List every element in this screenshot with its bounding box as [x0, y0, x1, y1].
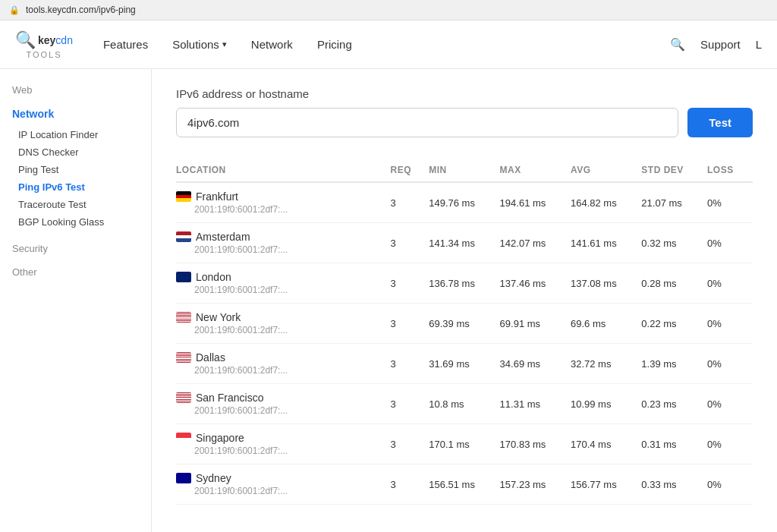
cell-req: 3: [391, 384, 429, 424]
col-req: REQ: [391, 159, 429, 182]
location-name-text: Frankfurt: [196, 190, 238, 203]
nav-network[interactable]: Network: [251, 38, 293, 51]
location-ip-text: 2001:19f0:6001:2df7:...: [176, 365, 382, 376]
cell-min: 170.1 ms: [429, 424, 499, 464]
nav-support[interactable]: Support: [700, 38, 741, 51]
table-row: Amsterdam2001:19f0:6001:2df7:...3141.34 …: [176, 223, 753, 263]
sidebar-item-ping-ipv6-test[interactable]: Ping IPv6 Test: [12, 178, 139, 196]
cell-loss: 0%: [707, 344, 753, 384]
hostname-input[interactable]: [176, 108, 678, 137]
cell-loss: 0%: [707, 424, 753, 464]
results-table: LOCATION REQ MIN MAX AVG STD DEV LOSS Fr…: [176, 159, 753, 505]
browser-bar: 🔒 tools.keycdn.com/ipv6-ping: [0, 0, 777, 20]
nav-features[interactable]: Features: [103, 38, 148, 51]
cell-avg: 10.99 ms: [571, 384, 641, 424]
cell-std_dev: 0.23 ms: [641, 384, 707, 424]
cell-loss: 0%: [707, 464, 753, 505]
sidebar-item-ping-test[interactable]: Ping Test: [12, 161, 139, 178]
location-ip-text: 2001:19f0:6001:2df7:...: [176, 405, 382, 416]
col-std-dev: STD DEV: [641, 159, 707, 182]
cell-loss: 0%: [707, 223, 753, 263]
main-layout: Web Network IP Location Finder DNS Check…: [0, 69, 777, 532]
cell-avg: 141.61 ms: [571, 223, 641, 263]
flag-sg-icon: [176, 433, 191, 443]
col-max: MAX: [500, 159, 571, 182]
sidebar-item-ip-location-finder[interactable]: IP Location Finder: [12, 126, 139, 143]
cell-loss: 0%: [707, 182, 753, 223]
location-cell: San Francisco2001:19f0:6001:2df7:...: [176, 384, 391, 424]
cell-max: 11.31 ms: [500, 384, 571, 424]
cell-std_dev: 1.39 ms: [641, 344, 707, 384]
cell-req: 3: [391, 304, 429, 344]
col-location: LOCATION: [176, 159, 391, 182]
sidebar-category-other: Other: [12, 266, 139, 278]
table-header-row: LOCATION REQ MIN MAX AVG STD DEV LOSS: [176, 159, 753, 182]
location-ip-text: 2001:19f0:6001:2df7:...: [176, 325, 382, 335]
nav-solutions[interactable]: Solutions ▾: [172, 38, 227, 51]
test-button[interactable]: Test: [687, 108, 753, 137]
table-row: Sydney2001:19f0:6001:2df7:...3156.51 ms1…: [176, 464, 753, 505]
col-loss: LOSS: [707, 159, 753, 182]
cell-min: 10.8 ms: [429, 384, 499, 424]
sidebar-item-dns-checker[interactable]: DNS Checker: [12, 143, 139, 161]
search-icon[interactable]: 🔍: [670, 37, 685, 52]
location-cell: New York2001:19f0:6001:2df7:...: [176, 304, 391, 344]
cell-min: 149.76 ms: [429, 182, 499, 223]
col-avg: AVG: [571, 159, 641, 182]
location-cell: Frankfurt2001:19f0:6001:2df7:...: [176, 182, 391, 223]
table-row: Singapore2001:19f0:6001:2df7:...3170.1 m…: [176, 424, 753, 464]
sidebar-item-traceroute-test[interactable]: Traceroute Test: [12, 196, 139, 213]
table-head: LOCATION REQ MIN MAX AVG STD DEV LOSS: [176, 159, 753, 182]
logo-icon: 🔍: [15, 30, 36, 50]
cell-avg: 69.6 ms: [571, 304, 641, 344]
cell-max: 170.83 ms: [500, 424, 571, 464]
location-ip-text: 2001:19f0:6001:2df7:...: [176, 285, 382, 295]
table-row: New York2001:19f0:6001:2df7:...369.39 ms…: [176, 304, 753, 344]
location-name-text: Dallas: [196, 351, 225, 364]
cell-req: 3: [391, 182, 429, 223]
flag-us-icon: [176, 312, 191, 323]
cell-min: 136.78 ms: [429, 263, 499, 304]
location-cell: Sydney2001:19f0:6001:2df7:...: [176, 464, 391, 505]
cell-min: 69.39 ms: [429, 304, 499, 344]
location-name-text: Sydney: [196, 472, 231, 484]
cell-req: 3: [391, 223, 429, 263]
logo-key-text: key: [38, 34, 55, 46]
cell-max: 142.07 ms: [500, 223, 571, 263]
input-row: Test: [176, 108, 753, 137]
nav-pricing[interactable]: Pricing: [317, 38, 352, 51]
cell-max: 157.23 ms: [500, 464, 571, 505]
location-name-text: Amsterdam: [196, 231, 250, 243]
table-body: Frankfurt2001:19f0:6001:2df7:...3149.76 …: [176, 182, 753, 505]
table-row: Dallas2001:19f0:6001:2df7:...331.69 ms34…: [176, 344, 753, 384]
nav-login[interactable]: L: [756, 38, 762, 51]
cell-avg: 156.77 ms: [571, 464, 641, 505]
cell-std_dev: 0.31 ms: [641, 424, 707, 464]
cell-max: 194.61 ms: [500, 182, 571, 223]
table-row: Frankfurt2001:19f0:6001:2df7:...3149.76 …: [176, 182, 753, 223]
logo[interactable]: 🔍 keycdn Tools: [15, 30, 73, 59]
cell-avg: 170.4 ms: [571, 424, 641, 464]
col-min: MIN: [429, 159, 499, 182]
browser-url: tools.keycdn.com/ipv6-ping: [26, 5, 136, 15]
sidebar: Web Network IP Location Finder DNS Check…: [0, 69, 152, 532]
nav-right: 🔍 Support L: [670, 37, 762, 52]
cell-avg: 32.72 ms: [571, 344, 641, 384]
logo-tools-text: Tools: [26, 50, 61, 59]
sidebar-item-bgp-looking-glass[interactable]: BGP Looking Glass: [12, 213, 139, 231]
location-cell: Singapore2001:19f0:6001:2df7:...: [176, 424, 391, 464]
cell-loss: 0%: [707, 384, 753, 424]
flag-gb-icon: [176, 272, 191, 282]
cell-req: 3: [391, 464, 429, 505]
cell-loss: 0%: [707, 263, 753, 304]
logo-cdn-text: cdn: [55, 34, 73, 46]
cell-max: 137.46 ms: [500, 263, 571, 304]
cell-req: 3: [391, 424, 429, 464]
location-name-text: London: [196, 271, 231, 283]
cell-loss: 0%: [707, 304, 753, 344]
location-ip-text: 2001:19f0:6001:2df7:...: [176, 244, 382, 255]
flag-de-icon: [176, 191, 191, 202]
location-ip-text: 2001:19f0:6001:2df7:...: [176, 486, 382, 496]
location-ip-text: 2001:19f0:6001:2df7:...: [176, 445, 382, 456]
location-name-text: San Francisco: [196, 392, 263, 404]
